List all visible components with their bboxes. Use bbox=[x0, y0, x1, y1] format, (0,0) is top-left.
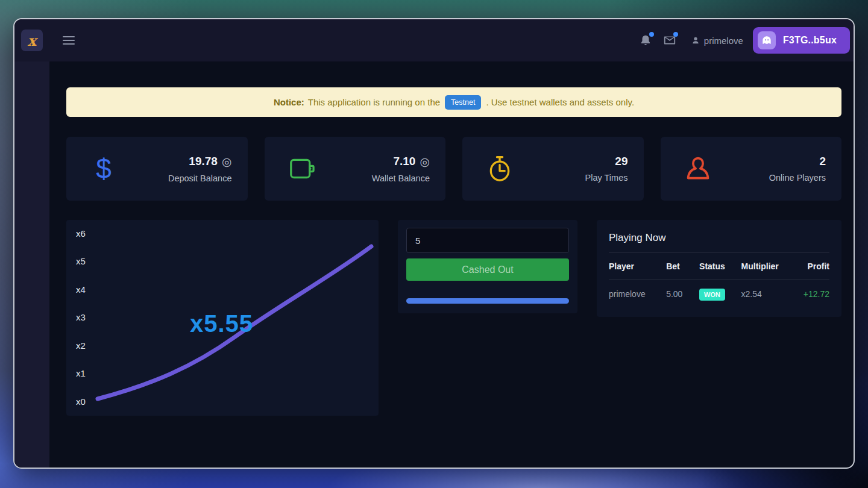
phantom-ghost-icon bbox=[758, 31, 776, 49]
sidebar bbox=[14, 61, 49, 468]
notification-dot bbox=[649, 32, 654, 37]
sol-symbol: ◎ bbox=[420, 155, 430, 169]
stopwatch-icon bbox=[484, 154, 515, 183]
y-tick: x3 bbox=[76, 312, 86, 322]
notice-text-after: . Use testnet wallets and assets only. bbox=[486, 97, 634, 107]
desktop-wallpaper: x primelove F3TG..b5ux bbox=[0, 0, 868, 488]
playing-now-table: Player Bet Status Multiplier Profit prim… bbox=[609, 253, 829, 302]
won-status-badge: WON bbox=[699, 289, 725, 301]
play-times-label: Play Times bbox=[585, 173, 628, 183]
y-tick: x1 bbox=[76, 368, 86, 378]
current-multiplier-label: x5.55 bbox=[190, 310, 253, 337]
testnet-badge: Testnet bbox=[445, 95, 481, 110]
notice-text-before: This application is running on the bbox=[308, 97, 440, 107]
col-header-bet: Bet bbox=[666, 253, 699, 280]
messages-envelope-icon[interactable] bbox=[663, 34, 676, 47]
row-bet: 5.00 bbox=[666, 280, 699, 303]
deposit-balance-label: Deposit Balance bbox=[168, 174, 232, 183]
col-header-multiplier: Multiplier bbox=[741, 253, 790, 280]
bet-panel: Cashed Out bbox=[398, 220, 577, 313]
bet-amount-input[interactable] bbox=[406, 228, 569, 253]
notice-label: Notice: bbox=[274, 97, 304, 107]
username-label: primelove bbox=[704, 36, 743, 46]
app-window: x primelove F3TG..b5ux bbox=[13, 18, 855, 469]
main-content: Notice: This application is running on t… bbox=[49, 61, 854, 468]
stat-card-wallet-balance: 7.10◎ Wallet Balance bbox=[265, 137, 446, 201]
sol-symbol: ◎ bbox=[222, 155, 232, 169]
playing-now-panel: Playing Now Player Bet Status Multiplier… bbox=[597, 220, 841, 317]
col-header-profit: Profit bbox=[790, 253, 829, 280]
user-icon bbox=[691, 36, 700, 45]
dollar-icon: $ bbox=[88, 155, 119, 183]
y-tick: x6 bbox=[76, 228, 86, 239]
user-menu[interactable]: primelove bbox=[691, 36, 743, 46]
online-players-value: 2 bbox=[819, 155, 826, 168]
middle-row: x6 x5 x4 x3 x2 x1 x0 x5.55 Cashed Out bbox=[66, 220, 841, 416]
message-dot bbox=[673, 32, 678, 37]
row-multiplier: x2.54 bbox=[741, 280, 790, 303]
row-player: primelove bbox=[609, 280, 666, 303]
row-profit: +12.72 bbox=[790, 280, 829, 303]
wallet-button[interactable]: F3TG..b5ux bbox=[753, 27, 850, 54]
stat-card-deposit-balance: $ 19.78◎ Deposit Balance bbox=[66, 137, 248, 201]
person-icon bbox=[682, 154, 714, 183]
play-times-value: 29 bbox=[615, 155, 627, 168]
app-header: x primelove F3TG..b5ux bbox=[14, 19, 854, 61]
deposit-balance-value: 19.78 bbox=[189, 155, 218, 168]
wallet-icon bbox=[286, 157, 318, 181]
cashed-out-button[interactable]: Cashed Out bbox=[406, 258, 569, 281]
y-tick: x0 bbox=[76, 396, 86, 407]
table-row: primelove 5.00 WON x2.54 +12.72 bbox=[609, 280, 829, 303]
notifications-bell-icon[interactable] bbox=[639, 34, 652, 47]
wallet-address-label: F3TG..b5ux bbox=[783, 35, 837, 46]
hamburger-menu-icon[interactable] bbox=[63, 34, 75, 47]
stat-card-online-players: 2 Online Players bbox=[661, 137, 842, 201]
app-logo[interactable]: x bbox=[21, 30, 43, 51]
round-progress-bar bbox=[406, 298, 569, 304]
playing-now-title: Playing Now bbox=[609, 228, 829, 252]
y-tick: x2 bbox=[76, 340, 86, 351]
multiplier-chart: x6 x5 x4 x3 x2 x1 x0 x5.55 bbox=[66, 220, 379, 416]
stats-row: $ 19.78◎ Deposit Balance 7.10◎ Wallet Ba… bbox=[66, 137, 841, 201]
col-header-status: Status bbox=[699, 253, 741, 280]
wallet-balance-label: Wallet Balance bbox=[372, 174, 430, 183]
y-tick: x5 bbox=[76, 256, 86, 266]
wallet-balance-value: 7.10 bbox=[393, 155, 415, 168]
col-header-player: Player bbox=[609, 253, 666, 280]
y-tick: x4 bbox=[76, 284, 86, 295]
stat-card-play-times: 29 Play Times bbox=[462, 137, 644, 201]
online-players-label: Online Players bbox=[769, 173, 826, 183]
notice-banner: Notice: This application is running on t… bbox=[66, 87, 841, 117]
